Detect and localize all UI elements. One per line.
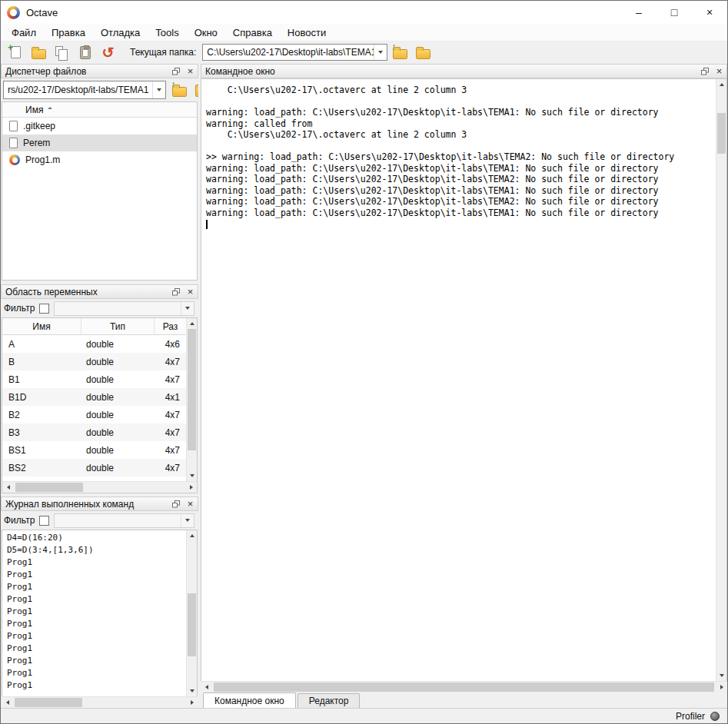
undock-icon[interactable] [168, 65, 183, 78]
variables-table-header[interactable]: Имя Тип Раз [2, 318, 186, 335]
browse-folder-button[interactable] [413, 43, 434, 62]
menu-item[interactable]: Файл [4, 24, 44, 42]
command-window-titlebar[interactable]: Командное окно × [201, 64, 727, 78]
history-item[interactable]: D4=D(16:20) [2, 532, 186, 544]
history-item[interactable]: Prog1 [2, 606, 186, 618]
column-name[interactable]: Имя [2, 318, 81, 334]
new-script-button[interactable]: + [5, 43, 26, 62]
scroll-thumb[interactable] [214, 682, 714, 692]
history-item[interactable]: D5=D(3:4,[1,3,6]) [2, 544, 186, 556]
open-file-button[interactable] [28, 43, 49, 62]
horizontal-scrollbar[interactable] [2, 696, 198, 708]
combo-dropdown-icon[interactable] [152, 81, 165, 98]
file-row[interactable]: Perem [2, 135, 197, 151]
undo-button[interactable]: ↺ [98, 43, 118, 62]
scroll-down-icon[interactable] [716, 670, 726, 681]
history-item[interactable]: Prog1 [2, 556, 186, 569]
panel-close-icon[interactable]: × [183, 286, 198, 298]
menu-item[interactable]: Tools [148, 24, 186, 42]
scroll-up-icon[interactable] [187, 530, 197, 541]
scroll-left-icon[interactable] [201, 682, 212, 692]
folder-actions-button[interactable]: ⚙ [192, 81, 198, 99]
scroll-thumb[interactable] [15, 698, 82, 707]
file-list-header[interactable]: Имя [2, 102, 197, 118]
combo-dropdown-icon[interactable] [181, 302, 194, 315]
combo-dropdown-icon[interactable] [181, 514, 194, 527]
variable-row[interactable]: BS1 double 4x7 [2, 441, 186, 459]
variable-row[interactable]: B1D double 4x1 [2, 388, 186, 406]
file-row[interactable]: Prog1.m [2, 151, 197, 168]
panel-close-icon[interactable]: × [183, 65, 198, 78]
undock-icon[interactable] [168, 498, 183, 510]
variable-row[interactable]: BS2 double 4x7 [2, 459, 186, 477]
filter-checkbox[interactable] [39, 304, 49, 314]
history-item[interactable]: Prog1 [2, 643, 186, 655]
history-item[interactable]: Prog1 [2, 618, 186, 630]
scroll-down-icon[interactable] [187, 686, 197, 696]
vertical-scrollbar[interactable] [186, 318, 197, 481]
panel-close-icon[interactable]: × [712, 65, 726, 78]
history-item[interactable]: Prog1 [2, 581, 186, 593]
workspace-titlebar[interactable]: Область переменных × [1, 284, 198, 299]
profiler-indicator[interactable] [710, 712, 720, 721]
history-item[interactable]: Prog1 [2, 630, 186, 643]
history-item[interactable]: Prog1 [2, 667, 186, 679]
column-size[interactable]: Раз [155, 318, 186, 334]
file-browser-path-combo[interactable]: rs/u202-17/Desktop/it-labs/TEMA1 [3, 81, 166, 99]
variable-size: 4x6 [155, 339, 186, 350]
scroll-right-icon[interactable] [185, 482, 197, 493]
scroll-thumb[interactable] [188, 329, 196, 450]
copy-button[interactable] [52, 43, 72, 62]
scroll-right-icon[interactable] [186, 697, 198, 708]
tab[interactable]: Командное окно [203, 692, 296, 708]
workspace-filter-row: Фильтр [1, 299, 198, 317]
history-item[interactable]: Prog1 [2, 593, 186, 606]
history-item[interactable]: Prog1 [2, 569, 186, 581]
vertical-scrollbar[interactable] [716, 79, 726, 681]
scroll-left-icon[interactable] [2, 697, 13, 708]
scroll-thumb[interactable] [188, 593, 196, 657]
variable-row[interactable]: B double 4x7 [2, 353, 186, 370]
scroll-up-icon[interactable] [716, 79, 726, 90]
terminal-output[interactable]: C:\Users\u202-17\.octaverc at line 2 col… [201, 79, 716, 681]
file-browser-titlebar[interactable]: Диспетчер файлов × [1, 64, 198, 78]
paste-button[interactable] [75, 43, 95, 62]
file-row[interactable]: .gitkeep [2, 118, 197, 135]
scroll-up-icon[interactable] [187, 318, 197, 329]
variable-row[interactable]: B3 double 4x7 [2, 423, 186, 441]
history-item[interactable]: Prog1 [2, 655, 186, 667]
scroll-thumb[interactable] [15, 483, 83, 492]
menu-item[interactable]: Новости [280, 24, 334, 42]
variable-row[interactable]: B1 double 4x7 [2, 370, 186, 388]
menu-item[interactable]: Правка [44, 24, 93, 42]
current-folder-combo[interactable]: C:\Users\u202-17\Desktop\it-labs\TEMA1 [202, 44, 387, 61]
history-titlebar[interactable]: Журнал выполненных команд × [1, 497, 198, 511]
filter-combo[interactable] [54, 301, 194, 316]
scroll-thumb[interactable] [717, 113, 726, 154]
menu-item[interactable]: Справка [225, 24, 280, 42]
scroll-right-icon[interactable] [716, 682, 727, 692]
combo-dropdown-icon[interactable] [374, 45, 387, 60]
menu-item[interactable]: Отладка [93, 24, 148, 42]
horizontal-scrollbar[interactable] [201, 681, 727, 692]
menu-item[interactable]: Окно [187, 24, 225, 42]
filter-combo[interactable] [54, 513, 194, 528]
vertical-scrollbar[interactable] [186, 530, 197, 696]
filter-checkbox[interactable] [39, 516, 49, 526]
minimize-button[interactable]: – [621, 1, 657, 24]
variable-row[interactable]: B2 double 4x7 [2, 406, 186, 423]
folder-up-button[interactable]: ↑ [169, 81, 189, 99]
folder-up-button[interactable]: ↑ [390, 43, 411, 62]
scroll-down-icon[interactable] [187, 470, 197, 481]
scroll-left-icon[interactable] [2, 482, 14, 493]
column-type[interactable]: Тип [81, 318, 155, 334]
horizontal-scrollbar[interactable] [2, 481, 197, 493]
maximize-button[interactable]: □ [657, 1, 692, 24]
variable-row[interactable]: A double 4x6 [2, 335, 186, 353]
undock-icon[interactable] [168, 286, 183, 298]
panel-close-icon[interactable]: × [183, 498, 198, 510]
close-button[interactable]: × [692, 1, 727, 24]
history-item[interactable]: Prog1 [2, 679, 186, 692]
undock-icon[interactable] [697, 65, 712, 78]
tab[interactable]: Редактор [298, 693, 361, 708]
